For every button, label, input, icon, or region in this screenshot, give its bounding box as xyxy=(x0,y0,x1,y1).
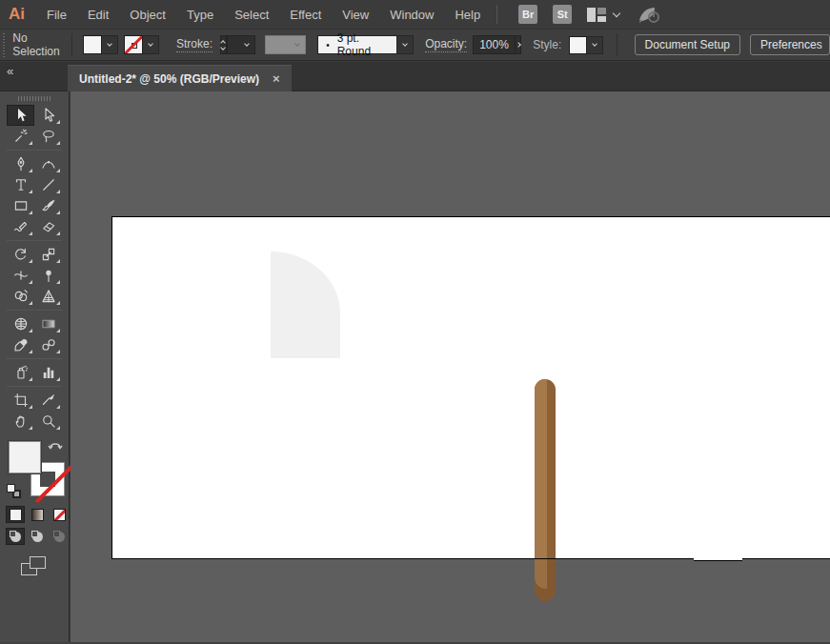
gradient-tool[interactable] xyxy=(34,313,62,334)
white-shape-over-edge[interactable] xyxy=(694,553,742,561)
opacity-label[interactable]: Opacity: xyxy=(425,37,467,52)
gradient-button[interactable] xyxy=(28,506,47,523)
rectangle-tool[interactable] xyxy=(7,195,34,216)
stroke-swatch-none[interactable] xyxy=(124,35,143,54)
profile-chevron-down-icon xyxy=(294,41,300,47)
fill-swatch[interactable] xyxy=(83,35,102,54)
stroke-weight-dropdown[interactable] xyxy=(227,35,256,54)
shape-builder-icon xyxy=(12,288,30,305)
brush-definition-control[interactable]: • 3 pt. Round xyxy=(317,35,414,54)
fill-indicator[interactable] xyxy=(9,441,41,473)
change-screen-mode-icon[interactable] xyxy=(21,556,46,575)
document-tab-bar: « Untitled-2* @ 50% (RGB/Preview) × xyxy=(0,62,830,91)
scale-tool[interactable] xyxy=(34,244,62,265)
selection-icon xyxy=(12,107,30,124)
close-tab-icon[interactable]: × xyxy=(273,71,280,86)
brush-dropdown[interactable]: • 3 pt. Round xyxy=(317,35,397,54)
selection-tool[interactable] xyxy=(7,105,34,126)
popsicle-stick-shape[interactable] xyxy=(535,379,556,601)
control-bar-grip[interactable] xyxy=(3,32,5,57)
eraser-tool[interactable] xyxy=(34,216,62,237)
hand-tool[interactable] xyxy=(7,411,34,432)
default-fill-stroke-icon[interactable] xyxy=(7,484,21,498)
weight-chevron-down-icon xyxy=(244,41,250,47)
draw-normal-button[interactable] xyxy=(6,528,25,545)
menu-bar: Ai FileEditObjectTypeSelectEffectViewWin… xyxy=(0,0,830,29)
direct-selection-tool[interactable] xyxy=(34,105,62,126)
pen-tool[interactable] xyxy=(7,153,34,174)
brush-value: 3 pt. Round xyxy=(337,31,387,58)
menu-item-window[interactable]: Window xyxy=(379,8,444,22)
lasso-tool[interactable] xyxy=(34,126,62,147)
artboard[interactable] xyxy=(111,216,830,558)
tools-panel-grip[interactable] xyxy=(18,96,51,101)
eyedropper-tool[interactable] xyxy=(7,334,34,355)
tool-grid xyxy=(0,105,69,432)
style-chevron-button[interactable] xyxy=(587,36,603,54)
draw-inside-button xyxy=(50,528,69,545)
curvature-tool[interactable] xyxy=(34,153,62,174)
stroke-color-control[interactable] xyxy=(124,35,159,54)
menu-item-select[interactable]: Select xyxy=(224,8,279,22)
opacity-arrow-button[interactable] xyxy=(516,35,521,54)
style-swatch[interactable] xyxy=(569,36,587,54)
paintbrush-tool[interactable] xyxy=(34,195,62,216)
fill-color-control[interactable] xyxy=(83,35,118,54)
stroke-weight-label[interactable]: Stroke: xyxy=(176,37,213,52)
slice-tool[interactable] xyxy=(34,390,62,411)
blend-tool[interactable] xyxy=(34,334,62,355)
puppet-warp-icon xyxy=(40,267,57,284)
none-button[interactable] xyxy=(50,506,69,523)
stroke-chevron-button[interactable] xyxy=(143,35,159,54)
line-segment-tool[interactable] xyxy=(34,174,62,195)
puppet-warp-tool[interactable] xyxy=(34,265,62,286)
draw-behind-button[interactable] xyxy=(28,528,47,545)
style-control[interactable] xyxy=(569,36,603,54)
curvature-icon xyxy=(40,155,57,172)
type-tool[interactable] xyxy=(7,174,34,195)
gpu-performance-rocket-icon[interactable] xyxy=(637,5,661,24)
workspace-chevron-down-icon[interactable] xyxy=(613,9,620,16)
document-tab[interactable]: Untitled-2* @ 50% (RGB/Preview) × xyxy=(68,65,292,91)
paintbrush-icon xyxy=(40,197,57,214)
document-setup-button[interactable]: Document Setup xyxy=(635,34,740,55)
swap-fill-stroke-icon[interactable] xyxy=(48,439,63,453)
perspective-grid-tool[interactable] xyxy=(34,286,62,307)
menu-item-file[interactable]: File xyxy=(36,8,77,22)
fill-stroke-indicator xyxy=(0,439,69,500)
stock-button[interactable]: St xyxy=(553,5,572,24)
bridge-button[interactable]: Br xyxy=(518,5,537,24)
workspace-switcher-icon[interactable] xyxy=(587,8,606,22)
stepper-down-icon[interactable] xyxy=(220,45,226,50)
opacity-input[interactable]: 100% xyxy=(473,35,516,54)
canvas-area[interactable] xyxy=(71,91,830,644)
menu-item-effect[interactable]: Effect xyxy=(279,8,332,22)
pen-icon xyxy=(12,155,30,172)
menu-item-help[interactable]: Help xyxy=(444,8,491,22)
width-tool[interactable] xyxy=(7,265,34,286)
shaper-icon xyxy=(12,218,30,235)
artboard-tool[interactable] xyxy=(7,390,34,411)
menu-item-object[interactable]: Object xyxy=(119,8,176,22)
preferences-button[interactable]: Preferences xyxy=(750,34,830,55)
shape-builder-tool[interactable] xyxy=(7,286,34,307)
tool-group-separator xyxy=(7,240,62,241)
column-graph-icon xyxy=(40,364,57,381)
menu-item-view[interactable]: View xyxy=(332,8,379,22)
zoom-tool[interactable] xyxy=(34,411,62,432)
mesh-icon xyxy=(12,315,30,332)
column-graph-tool[interactable] xyxy=(34,362,62,383)
hand-icon xyxy=(12,413,30,430)
rotate-tool[interactable] xyxy=(7,244,34,265)
fill-chevron-button[interactable] xyxy=(102,35,118,54)
brush-chevron-button[interactable] xyxy=(397,35,414,54)
symbol-sprayer-tool[interactable] xyxy=(7,362,34,383)
menu-item-type[interactable]: Type xyxy=(176,8,224,22)
shaper-tool[interactable] xyxy=(7,216,34,237)
color-button[interactable] xyxy=(6,506,25,523)
magic-wand-tool[interactable] xyxy=(7,126,34,147)
quarter-round-shape[interactable] xyxy=(271,252,340,358)
menu-item-edit[interactable]: Edit xyxy=(77,8,119,22)
mesh-tool[interactable] xyxy=(7,313,34,334)
collapse-tools-panel-icon[interactable]: « xyxy=(7,64,13,78)
